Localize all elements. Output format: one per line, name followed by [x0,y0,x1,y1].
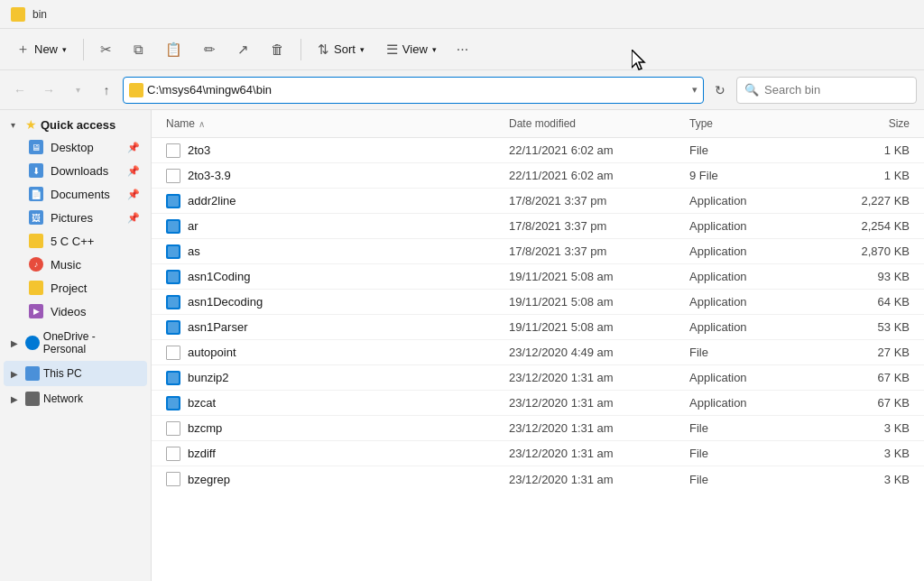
table-row[interactable]: bzcat 23/12/2020 1:31 am Application 67 … [152,391,924,416]
5cc-label: 5 C C++ [51,235,140,248]
view-button[interactable]: ☰ View ▾ [377,37,446,62]
file-date: 23/12/2020 1:31 am [502,419,682,438]
file-name-cell: ar [159,217,502,236]
music-folder-icon: ♪ [29,257,43,272]
file-date: 19/11/2021 5:08 am [502,267,682,286]
share-button[interactable]: ↗ [228,37,258,62]
table-row[interactable]: asn1Parser 19/11/2021 5:08 am Applicatio… [152,315,924,340]
file-date: 23/12/2020 1:31 am [502,393,682,412]
sort-button[interactable]: ⇅ Sort ▾ [309,37,374,62]
rename-button[interactable]: ✏ [195,37,225,62]
onedrive-icon [25,336,40,350]
app-file-icon [166,396,180,410]
sidebar-item-5cc[interactable]: 5 C C++ [4,229,147,253]
quick-access-header[interactable]: ▾ ★ Quick access [4,114,147,135]
cut-button[interactable]: ✂ [91,37,121,62]
back-icon: ← [14,83,26,97]
app-file-icon [166,194,180,208]
file-list-header: Name ∧ Date modified Type Size [152,110,924,138]
downloads-folder-icon: ⬇ [29,163,43,178]
sort-button-label: Sort [334,42,356,56]
forward-button[interactable]: → [36,78,61,103]
sidebar-section-quick-access: ▾ ★ Quick access 🖥 Desktop 📌 ⬇ Downloads… [0,114,151,323]
app-file-icon [166,371,180,385]
sidebar-item-videos[interactable]: ▶ Videos [4,300,147,323]
star-icon: ★ [25,117,37,132]
network-expand-icon: ▶ [11,394,22,404]
sidebar-item-downloads[interactable]: ⬇ Downloads 📌 [4,159,147,182]
refresh-button[interactable]: ↻ [707,78,733,103]
table-row[interactable]: addr2line 17/8/2021 3:37 pm Application … [152,189,924,214]
sidebar-item-documents[interactable]: 📄 Documents 📌 [4,182,147,206]
sidebar-item-project[interactable]: Project [4,276,147,300]
address-input[interactable] [147,83,688,97]
onedrive-header[interactable]: ▶ OneDrive - Personal [4,325,147,361]
plain-file-icon [166,346,180,360]
table-row[interactable]: 2to3 22/11/2021 6:02 am File 1 KB [152,138,924,163]
file-type: Application [682,368,827,387]
file-name: asn1Coding [188,270,250,283]
file-date: 17/8/2021 3:37 pm [502,191,682,210]
sidebar-item-music[interactable]: ♪ Music [4,253,147,276]
sidebar-item-pictures[interactable]: 🖼 Pictures 📌 [4,206,147,229]
col-type-label: Type [689,117,713,130]
file-name: ar [188,219,199,233]
address-chevron-icon[interactable]: ▾ [692,84,698,96]
app-file-icon [166,295,180,309]
col-type[interactable]: Type [682,114,827,134]
table-row[interactable]: bzdiff 23/12/2020 1:31 am File 3 KB [152,441,924,466]
app-file-icon [166,320,180,335]
network-label: Network [43,392,83,405]
file-size: 67 KB [827,368,917,387]
expand-icon: ▾ [11,120,22,130]
file-type: Application [682,318,827,337]
table-row[interactable]: bunzip2 23/12/2020 1:31 am Application 6… [152,365,924,391]
thispc-icon [25,366,40,381]
table-row[interactable]: autopoint 23/12/2020 4:49 am File 27 KB [152,340,924,365]
file-date: 22/11/2021 6:02 am [502,141,682,160]
file-name-cell: asn1Coding [159,267,502,287]
pin-icon-downloads: 📌 [127,165,140,177]
table-row[interactable]: asn1Decoding 19/11/2021 5:08 am Applicat… [152,290,924,315]
file-name-cell: asn1Decoding [159,292,502,312]
view-button-label: View [402,42,428,56]
more-button[interactable]: ··· [449,37,476,62]
col-date-modified[interactable]: Date modified [502,114,682,134]
downloads-icon-symbol: ⬇ [32,166,40,176]
copy-button[interactable]: ⧉ [125,37,152,62]
file-size: 2,870 KB [827,242,917,261]
col-name[interactable]: Name ∧ [159,114,502,134]
file-name-cell: 2to3-3.9 [159,166,502,186]
table-row[interactable]: 2to3-3.9 22/11/2021 6:02 am 9 File 1 KB [152,163,924,189]
up-button[interactable]: ↑ [94,78,119,103]
col-date-label: Date modified [509,117,576,130]
cut-icon: ✂ [100,42,112,58]
search-input[interactable] [764,83,891,97]
delete-icon: 🗑 [271,42,284,57]
table-row[interactable]: ar 17/8/2021 3:37 pm Application 2,254 K… [152,214,924,239]
sidebar-item-desktop[interactable]: 🖥 Desktop 📌 [4,135,147,159]
thispc-expand-icon: ▶ [11,369,22,379]
recent-button[interactable]: ▾ [65,78,90,103]
paste-button[interactable]: 📋 [156,37,191,62]
music-icon-symbol: ♪ [34,260,39,269]
new-button[interactable]: ＋ New ▾ [7,36,76,62]
app-file-icon [166,219,180,234]
table-row[interactable]: bzegrep 23/12/2020 1:31 am File 3 KB [152,466,924,492]
file-name: bzcmp [188,421,222,435]
table-row[interactable]: asn1Coding 19/11/2021 5:08 am Applicatio… [152,264,924,290]
col-size[interactable]: Size [827,114,917,134]
delete-button[interactable]: 🗑 [262,37,293,61]
file-type: Application [682,393,827,412]
network-header[interactable]: ▶ Network [4,386,147,411]
onedrive-expand-icon: ▶ [11,338,22,348]
sort-icon: ⇅ [318,42,329,58]
onedrive-label: OneDrive - Personal [43,330,140,355]
documents-icon-symbol: 📄 [31,189,42,199]
table-row[interactable]: bzcmp 23/12/2020 1:31 am File 3 KB [152,416,924,441]
thispc-header[interactable]: ▶ This PC [4,361,147,386]
col-size-label: Size [889,117,910,130]
file-name: bzegrep [188,473,230,486]
back-button[interactable]: ← [7,78,32,103]
table-row[interactable]: as 17/8/2021 3:37 pm Application 2,870 K… [152,239,924,264]
